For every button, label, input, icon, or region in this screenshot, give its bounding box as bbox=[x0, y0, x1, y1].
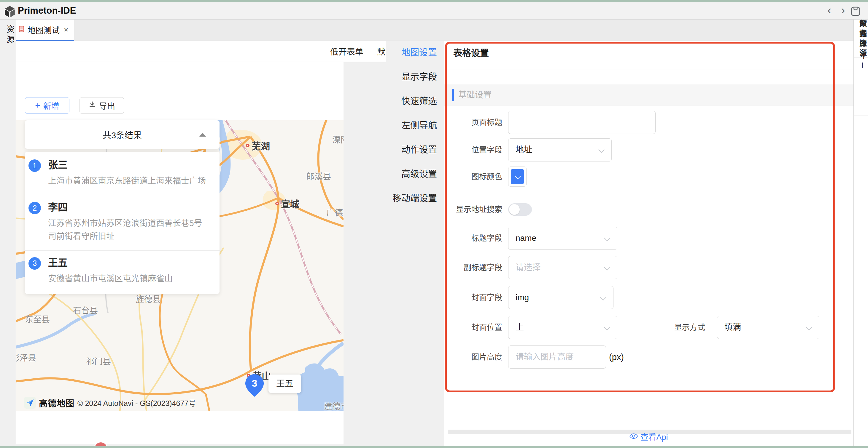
map-place-label: 建德市 bbox=[324, 400, 343, 411]
page-header-tabs: 低开表单默认 bbox=[330, 41, 385, 62]
title-field-select[interactable]: name bbox=[508, 227, 617, 250]
title-bar: Primeton-IDE ‹ › bbox=[0, 2, 868, 20]
cover-position-select[interactable]: 上 bbox=[508, 316, 617, 339]
cover-field-label: 封面字段 bbox=[444, 286, 502, 309]
settings-nav-item[interactable]: 移动端设置 bbox=[393, 191, 437, 204]
result-address: 安徽省黄山市屯溪区屯光镇麻雀山 bbox=[48, 272, 173, 285]
settings-drawer: 地图设置显示字段快速筛选左侧导航动作设置高级设置移动端设置 表格设置 基础设置 … bbox=[385, 41, 854, 448]
list-item[interactable]: 1 张三 上海市黄浦区南京东路街道上海来福士广场 bbox=[25, 153, 219, 195]
icon-color-label: 图标颜色 bbox=[444, 165, 502, 188]
city-marker-icon bbox=[246, 144, 249, 147]
panel-divider bbox=[444, 70, 854, 70]
section-accent-bar bbox=[452, 89, 454, 101]
image-height-unit: (px) bbox=[609, 345, 624, 369]
settings-nav-item[interactable]: 显示字段 bbox=[401, 69, 437, 82]
history-forward-button[interactable]: › bbox=[837, 2, 849, 19]
result-index-badge: 3 bbox=[29, 257, 41, 270]
view-api-label: 查看Api bbox=[640, 431, 668, 442]
export-button[interactable]: 导出 bbox=[80, 97, 124, 114]
subtitle-field-select[interactable]: 请选择 bbox=[508, 256, 617, 279]
color-swatch bbox=[511, 169, 524, 184]
sidebar-item-resources[interactable]: 资源 bbox=[0, 25, 16, 46]
subtitle-field-label: 副标题字段 bbox=[444, 256, 502, 279]
title-field-value: name bbox=[516, 227, 610, 249]
download-icon bbox=[88, 101, 96, 110]
results-list: 1 张三 上海市黄浦区南京东路街道上海来福士广场 2 李四 江苏省苏州市姑苏区沧… bbox=[25, 152, 219, 294]
left-sidebar: 资源 bbox=[0, 20, 16, 446]
page-header-tab[interactable]: 低开表单 bbox=[330, 45, 363, 57]
sidebar-divider bbox=[854, 254, 868, 254]
amap-logo-icon bbox=[24, 397, 36, 409]
page-body: + 新增 导出 bbox=[16, 62, 385, 448]
page-title-input[interactable] bbox=[508, 111, 656, 134]
view-api-link[interactable]: 查看Api bbox=[444, 431, 854, 442]
city-marker-icon bbox=[275, 202, 279, 205]
window-edge-bottom bbox=[0, 446, 868, 448]
tab-close-icon[interactable]: × bbox=[64, 25, 68, 34]
result-address: 上海市黄浦区南京东路街道上海来福士广场 bbox=[48, 174, 206, 187]
history-back-button[interactable]: ‹ bbox=[824, 2, 835, 19]
collapse-caret-icon[interactable] bbox=[199, 133, 206, 137]
toggle-knob bbox=[509, 204, 520, 215]
right-sidebar-item[interactable]: 命名Sql bbox=[854, 20, 868, 72]
title-field-label: 标题字段 bbox=[444, 227, 502, 250]
eye-icon bbox=[629, 432, 638, 441]
settings-nav-item[interactable]: 动作设置 bbox=[401, 142, 437, 155]
settings-nav-item[interactable]: 左侧导航 bbox=[401, 118, 437, 131]
list-item[interactable]: 2 李四 江苏省苏州市姑苏区沧浪街道西善长巷5号司前街看守所旧址 bbox=[25, 195, 219, 251]
right-sidebar: 数据源离线资源三方服务命名Sql bbox=[854, 20, 868, 446]
address-search-toggle[interactable] bbox=[508, 203, 532, 216]
map-place-label: 彭泽县 bbox=[16, 351, 36, 363]
sidebar-divider bbox=[854, 115, 868, 116]
page-title-label: 页面标题 bbox=[444, 111, 502, 134]
map-place-label: 宣城 bbox=[275, 197, 299, 210]
position-field-value: 地址 bbox=[516, 139, 604, 161]
map-pin-3[interactable]: 3 bbox=[245, 374, 264, 397]
icon-color-picker[interactable] bbox=[508, 167, 527, 187]
cover-field-value: img bbox=[516, 286, 606, 309]
map-place-label: 郎溪县 bbox=[306, 170, 331, 182]
result-name: 王五 bbox=[48, 256, 173, 269]
section-title: 基础设置 bbox=[458, 84, 492, 106]
settings-nav-item[interactable]: 高级设置 bbox=[401, 167, 437, 179]
display-mode-value: 填满 bbox=[724, 316, 812, 339]
cover-field-select[interactable]: img bbox=[508, 286, 614, 309]
app-window: Primeton-IDE ‹ › 地图测试 × 资源 bbox=[0, 0, 868, 448]
display-mode-label: 显示方式 bbox=[652, 316, 705, 339]
plus-icon: + bbox=[35, 101, 40, 110]
panel-title: 表格设置 bbox=[453, 46, 489, 59]
map-place-label: 祁门县 bbox=[86, 355, 111, 367]
display-mode-select[interactable]: 填满 bbox=[717, 316, 819, 339]
designer-page: 低开表单默认 + 新增 导出 bbox=[16, 41, 385, 448]
address-search-label: 显示地址搜索 bbox=[444, 198, 502, 221]
amap-brand: 高德地图 bbox=[39, 397, 74, 409]
map-place-label: 石台县 bbox=[73, 304, 98, 316]
image-height-input[interactable] bbox=[508, 345, 606, 369]
map-copyright: © 2024 AutoNavi - GS(2023)4677号 bbox=[78, 397, 196, 408]
result-address: 江苏省苏州市姑苏区沧浪街道西善长巷5号司前街看守所旧址 bbox=[48, 217, 208, 243]
list-item[interactable]: 3 王五 安徽省黄山市屯溪区屯光镇麻雀山 bbox=[25, 251, 219, 293]
map-place-label: 旌德县 bbox=[136, 293, 161, 305]
tab-map-test[interactable]: 地图测试 × bbox=[13, 20, 74, 40]
save-icon[interactable] bbox=[850, 6, 861, 18]
form-doc-icon bbox=[19, 26, 24, 33]
result-index-badge: 1 bbox=[29, 160, 41, 172]
result-name: 张三 bbox=[48, 159, 206, 172]
position-field-select[interactable]: 地址 bbox=[508, 138, 612, 162]
cover-position-value: 上 bbox=[516, 316, 610, 339]
settings-nav-item[interactable]: 快速筛选 bbox=[401, 94, 437, 107]
results-summary-card: 共3条结果 bbox=[25, 120, 219, 149]
app-title: Primeton-IDE bbox=[18, 2, 76, 19]
map-pin-label[interactable]: 王五 bbox=[269, 375, 301, 393]
table-settings-panel: 表格设置 基础设置 页面标题 位置字段 地址 图标颜色 显示地址搜索 bbox=[444, 41, 854, 448]
add-button[interactable]: + 新增 bbox=[25, 97, 69, 114]
basic-settings-section: 基础设置 bbox=[444, 84, 854, 106]
results-summary: 共3条结果 bbox=[103, 128, 142, 141]
tab-label: 地图测试 bbox=[28, 24, 60, 36]
settings-nav-item[interactable]: 地图设置 bbox=[401, 45, 437, 58]
page-header-tab[interactable]: 默认 bbox=[377, 45, 385, 57]
map-attribution: 高德地图 © 2024 AutoNavi - GS(2023)4677号 bbox=[24, 397, 196, 409]
chevron-down-icon bbox=[515, 173, 521, 179]
map-place-label: 东至县 bbox=[25, 313, 50, 325]
form-canvas: + 新增 导出 bbox=[16, 62, 343, 448]
